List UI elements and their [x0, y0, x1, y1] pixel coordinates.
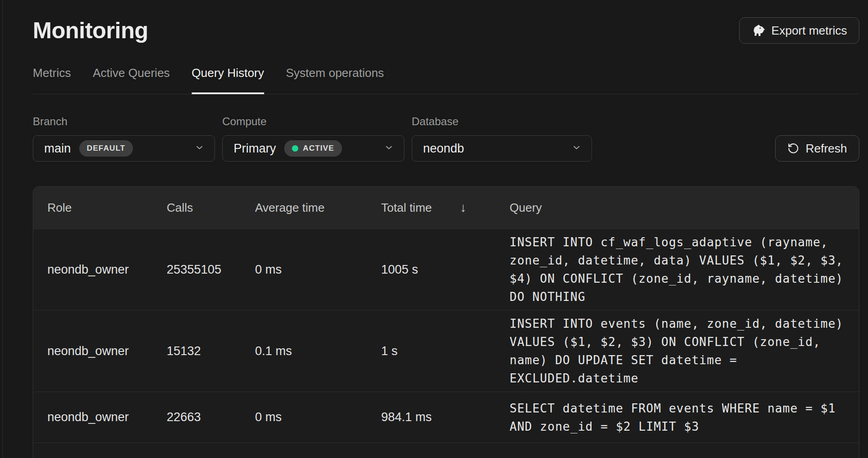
table-row[interactable]: neondb_owner 15132 0.1 ms 1 s INSERT INT…	[33, 310, 859, 392]
active-status-label: ACTIVE	[303, 144, 334, 153]
table-row-partial	[33, 443, 859, 458]
branch-label: Branch	[33, 115, 215, 128]
branch-filter: Branch main DEFAULT	[33, 115, 215, 162]
cell-calls: 22663	[167, 410, 255, 424]
chevron-down-icon	[572, 142, 582, 154]
chevron-down-icon	[384, 142, 394, 154]
branch-select[interactable]: main DEFAULT	[33, 135, 215, 162]
cell-total-time: 1005 s	[381, 263, 510, 277]
page-header: Monitoring Export metrics	[33, 0, 859, 44]
tab-active-queries[interactable]: Active Queries	[93, 66, 170, 94]
cell-total-time: 1 s	[381, 344, 510, 358]
export-metrics-button[interactable]: Export metrics	[739, 17, 859, 44]
cell-query: INSERT INTO cf_waf_logs_adaptive (raynam…	[510, 233, 846, 306]
page-title: Monitoring	[33, 17, 148, 44]
cell-query: SELECT datetime FROM events WHERE name =…	[510, 399, 846, 436]
cell-query: INSERT INTO events (name, zone_id, datet…	[510, 315, 846, 387]
datadog-icon	[751, 24, 765, 37]
active-status-dot-icon	[292, 145, 298, 152]
table-row[interactable]: neondb_owner 22663 0 ms 984.1 ms SELECT …	[33, 392, 859, 443]
refresh-ccw-icon	[787, 142, 799, 154]
default-badge: DEFAULT	[79, 140, 133, 157]
active-status-badge: ACTIVE	[284, 140, 342, 157]
table-header-row: Role Calls Average time Total time ↓ Que…	[33, 187, 859, 229]
cell-average-time: 0 ms	[255, 263, 381, 277]
cell-average-time: 0.1 ms	[255, 344, 381, 358]
column-header-calls[interactable]: Calls	[167, 201, 255, 215]
column-header-role[interactable]: Role	[47, 201, 167, 215]
filters-bar: Branch main DEFAULT Compute Primary ACTI…	[33, 115, 859, 162]
cell-average-time: 0 ms	[255, 410, 381, 424]
refresh-label: Refresh	[806, 142, 847, 156]
cell-role: neondb_owner	[47, 410, 167, 424]
cell-calls: 25355105	[167, 263, 255, 277]
export-metrics-label: Export metrics	[771, 24, 847, 38]
refresh-button[interactable]: Refresh	[775, 135, 859, 162]
cell-role: neondb_owner	[47, 263, 167, 277]
compute-filter: Compute Primary ACTIVE	[222, 115, 404, 162]
cell-role: neondb_owner	[47, 344, 167, 358]
database-value: neondb	[423, 142, 464, 156]
sort-descending-icon[interactable]: ↓	[460, 200, 466, 215]
branch-value: main	[44, 142, 71, 156]
query-history-table: Role Calls Average time Total time ↓ Que…	[33, 186, 859, 458]
panel-left-border	[2, 0, 3, 458]
column-header-average-time[interactable]: Average time	[255, 201, 381, 215]
compute-value: Primary	[234, 142, 276, 156]
table-row[interactable]: neondb_owner 25355105 0 ms 1005 s INSERT…	[33, 229, 859, 310]
database-label: Database	[412, 115, 592, 128]
tab-query-history[interactable]: Query History	[192, 66, 264, 94]
tab-system-operations[interactable]: System operations	[286, 66, 384, 94]
compute-select[interactable]: Primary ACTIVE	[222, 135, 404, 162]
column-header-total-time[interactable]: Total time ↓	[381, 200, 510, 215]
chevron-down-icon	[194, 142, 204, 154]
column-header-query[interactable]: Query	[510, 201, 846, 215]
table-body: neondb_owner 25355105 0 ms 1005 s INSERT…	[33, 229, 859, 443]
cell-calls: 15132	[167, 344, 255, 358]
database-select[interactable]: neondb	[412, 135, 592, 162]
column-header-total-time-label: Total time	[381, 201, 432, 215]
cell-total-time: 984.1 ms	[381, 410, 510, 424]
database-filter: Database neondb	[412, 115, 592, 162]
compute-label: Compute	[222, 115, 404, 128]
monitoring-page: Monitoring Export metrics Metrics Active…	[0, 0, 868, 458]
tabs-bar: Metrics Active Queries Query History Sys…	[33, 66, 859, 94]
tab-metrics[interactable]: Metrics	[33, 66, 71, 94]
